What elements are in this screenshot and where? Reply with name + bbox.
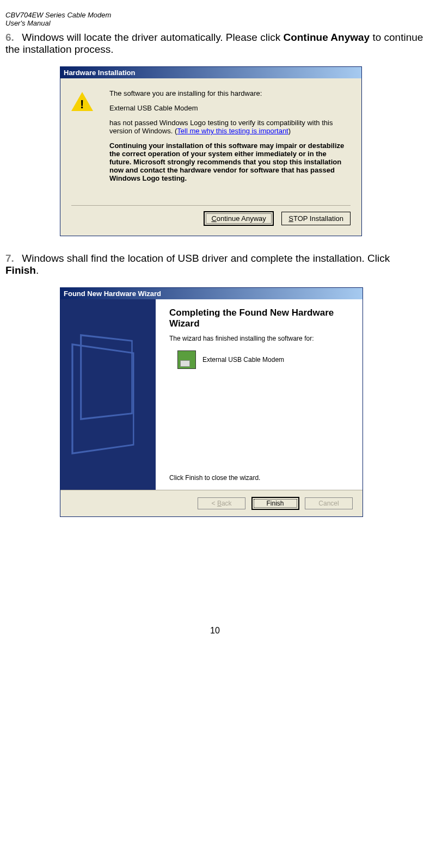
dialog1-text: The software you are installing for this… bbox=[109, 89, 348, 189]
finish-button[interactable]: Finish bbox=[251, 497, 299, 510]
back-prefix: < bbox=[212, 500, 217, 507]
dialog1-line1: The software you are installing for this… bbox=[109, 89, 348, 97]
dialog1-line3: has not passed Windows Logo testing to v… bbox=[109, 119, 348, 135]
step-7-text-part1: Windows shall find the location of USB d… bbox=[22, 253, 390, 264]
dialog1-buttons: Continue Anyway STOP Installation bbox=[60, 211, 361, 236]
step-6: 6. Windows will locate the driver automa… bbox=[5, 32, 425, 236]
back-b: B bbox=[217, 500, 222, 507]
dialog1-testing-link[interactable]: Tell me why this testing is important bbox=[177, 127, 288, 135]
continue-rest: ontinue Anyway bbox=[217, 214, 266, 223]
dialog1-line2: External USB Cable Modem bbox=[109, 104, 348, 112]
stop-installation-button[interactable]: STOP Installation bbox=[281, 212, 351, 225]
dialog2-body: Completing the Found New Hardware Wizard… bbox=[60, 299, 363, 490]
dialog1-warning-text: Continuing your installation of this sof… bbox=[109, 141, 348, 182]
continue-c: C bbox=[211, 214, 216, 223]
dialog1-titlebar: Hardware Installation bbox=[60, 67, 361, 78]
warning-icon: ! bbox=[71, 92, 93, 114]
device-name: External USB Cable Modem bbox=[202, 356, 284, 364]
step-6-bold: Continue Anyway bbox=[283, 32, 370, 43]
dialog-found-new-hardware-container: Found New Hardware Wizard Completing the… bbox=[60, 287, 425, 517]
step-7-text: Windows shall find the location of USB d… bbox=[5, 253, 390, 276]
step-6-number: 6. bbox=[5, 32, 14, 43]
dialog-found-new-hardware: Found New Hardware Wizard Completing the… bbox=[60, 287, 363, 517]
device-row: External USB Cable Modem bbox=[169, 350, 349, 369]
dialog2-sidebar bbox=[60, 299, 156, 490]
dialog1-separator bbox=[71, 205, 351, 206]
dialog1-body: ! The software you are installing for th… bbox=[60, 78, 361, 200]
step-6-text-part1: Windows will locate the driver automatic… bbox=[22, 32, 283, 43]
step-7: 7. Windows shall find the location of US… bbox=[5, 253, 425, 517]
stop-s: S bbox=[288, 214, 293, 223]
stop-rest: TOP Installation bbox=[293, 214, 343, 223]
dialog-hardware-installation-container: Hardware Installation ! The software you… bbox=[60, 66, 425, 236]
header-manual: User's Manual bbox=[5, 19, 425, 27]
dialog2-content: Completing the Found New Hardware Wizard… bbox=[156, 299, 363, 490]
cancel-button[interactable]: Cancel bbox=[305, 497, 353, 509]
dialog2-titlebar: Found New Hardware Wizard bbox=[60, 288, 363, 299]
dialog2-subtitle: The wizard has finished installing the s… bbox=[169, 335, 349, 342]
finish-instruction: Click Finish to close the wizard. bbox=[169, 474, 260, 482]
step-7-text-part2: . bbox=[36, 264, 39, 276]
continue-anyway-button[interactable]: Continue Anyway bbox=[204, 211, 273, 226]
dialog2-heading: Completing the Found New Hardware Wizard bbox=[169, 307, 349, 329]
hardware-icon bbox=[177, 350, 196, 369]
back-button[interactable]: < Back bbox=[198, 497, 245, 509]
dialog-hardware-installation: Hardware Installation ! The software you… bbox=[60, 66, 362, 236]
back-rest: ack bbox=[222, 500, 232, 507]
step-7-bold: Finish bbox=[5, 264, 36, 276]
step-7-number: 7. bbox=[5, 253, 14, 264]
dialog1-line3b: ) bbox=[288, 127, 291, 135]
dialog2-buttons: < Back Finish Cancel bbox=[60, 490, 363, 516]
page-number: 10 bbox=[5, 626, 425, 636]
step-6-text: Windows will locate the driver automatic… bbox=[5, 32, 423, 55]
header-product: CBV704EW Series Cable Modem bbox=[5, 11, 425, 19]
